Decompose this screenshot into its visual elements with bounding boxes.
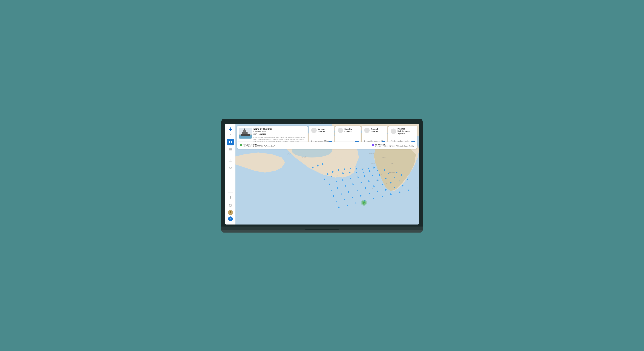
sidebar-item-inbox[interactable] [227, 164, 234, 171]
svg-text:الرياض: الرياض [287, 153, 290, 154]
laptop-stand [221, 230, 422, 233]
destination-label: Destination [375, 143, 414, 145]
camera-sensor [323, 122, 324, 123]
svg-text:Kota: Kota [391, 163, 394, 165]
inbox-icon [229, 166, 232, 169]
table-icon [229, 159, 232, 162]
svg-text:مسقط: مسقط [315, 163, 319, 165]
destination-info: Destination 21.485811° N, 39.192505° E (… [375, 143, 414, 147]
svg-text:Jamnagar: Jamnagar [377, 173, 384, 175]
pms-top: Planned Maintenance System [391, 128, 414, 135]
svg-rect-6 [229, 149, 232, 150]
help-button[interactable]: ? [228, 216, 233, 221]
main-content: الأحساء الرياض الرياض مسقط كراتشي Jodhou… [236, 124, 418, 225]
sidebar-nav [227, 139, 234, 191]
position-separator [278, 145, 369, 145]
pms-title: Planned Maintenance System [398, 128, 414, 135]
laptop-container: ? [221, 119, 422, 233]
svg-text:Ajmer: Ajmer [382, 156, 386, 158]
voyage-checks-top: Voyage Checks [311, 128, 332, 133]
svg-text:Vadodara: Vadodara [389, 171, 395, 173]
destination-dot [372, 144, 374, 146]
monthly-checks-top: Monthly Checks [338, 128, 358, 133]
sidebar: ? [226, 124, 236, 225]
svg-rect-118 [243, 130, 246, 132]
annual-checks-top: Annual Checks [364, 128, 385, 133]
svg-text:الرياض: الرياض [302, 156, 306, 158]
pms-icon [391, 128, 396, 134]
sidebar-item-list[interactable] [227, 146, 234, 153]
destination-coords: 21.485811° N, 39.192505° E (Jeddah, Saud… [375, 145, 414, 147]
svg-rect-5 [229, 148, 232, 149]
position-bar: Current Position 25.276987° N, 55.296249… [237, 142, 417, 149]
screen-content: ? [226, 124, 418, 225]
current-position-label: Current Position [244, 143, 275, 145]
svg-rect-117 [242, 132, 248, 134]
voyage-checks-icon [311, 128, 317, 133]
ship-type: Container Ship [254, 130, 306, 132]
ship-imo: IMO: 9400112 [254, 133, 306, 136]
monthly-checks-title: Monthly Checks [344, 128, 358, 133]
svg-rect-7 [229, 150, 232, 150]
list-icon [229, 148, 232, 151]
svg-rect-3 [229, 142, 230, 143]
current-position-info: Current Position 25.276987° N, 55.296249… [244, 143, 275, 147]
sidebar-item-settings[interactable] [227, 202, 234, 209]
ship-thumbnail [239, 128, 252, 139]
sidebar-item-dashboard[interactable] [227, 139, 234, 145]
laptop-base [221, 227, 422, 230]
svg-point-12 [230, 205, 231, 206]
monthly-checks-icon [338, 128, 343, 133]
svg-rect-2 [230, 141, 232, 142]
ship-name: Name Of The Ship [254, 128, 306, 130]
user-avatar[interactable] [228, 210, 233, 215]
sidebar-bottom: ? [227, 194, 234, 223]
bell-icon [229, 196, 232, 199]
ship-image [239, 128, 252, 139]
current-position-dot [240, 144, 242, 146]
gear-icon [229, 204, 232, 207]
camera-dot [320, 122, 321, 123]
annual-checks-title: Annual Checks [371, 128, 385, 133]
camera-notch [226, 122, 418, 123]
svg-rect-1 [229, 141, 230, 142]
voyage-checks-title: Voyage Checks [318, 128, 332, 133]
svg-text:Jodhour: Jodhour [369, 153, 374, 154]
svg-rect-8 [229, 159, 232, 162]
svg-text:Bhiwadi: Bhiwadi [371, 163, 375, 165]
svg-rect-4 [230, 142, 232, 143]
avatar-icon [228, 210, 233, 215]
screen-bezel: ? [221, 119, 422, 227]
svg-text:Pune: Pune [372, 188, 376, 190]
logo [228, 126, 233, 132]
logo-icon [228, 126, 233, 131]
svg-text:Nashik: Nashik [386, 183, 390, 185]
destination-position: Destination 21.485811° N, 39.192505° E (… [372, 143, 414, 147]
current-position-coords: 25.276987° N, 55.296249° E (Dubai, UAE) [244, 145, 275, 147]
grid-icon [229, 140, 232, 144]
annual-checks-icon [364, 128, 370, 133]
sidebar-item-notifications[interactable] [227, 194, 234, 201]
svg-point-14 [230, 211, 231, 213]
current-position: Current Position 25.276987° N, 55.296249… [240, 143, 275, 147]
sidebar-toggle-button[interactable] [228, 133, 232, 136]
svg-rect-120 [246, 131, 246, 132]
sidebar-item-table[interactable] [227, 157, 234, 164]
